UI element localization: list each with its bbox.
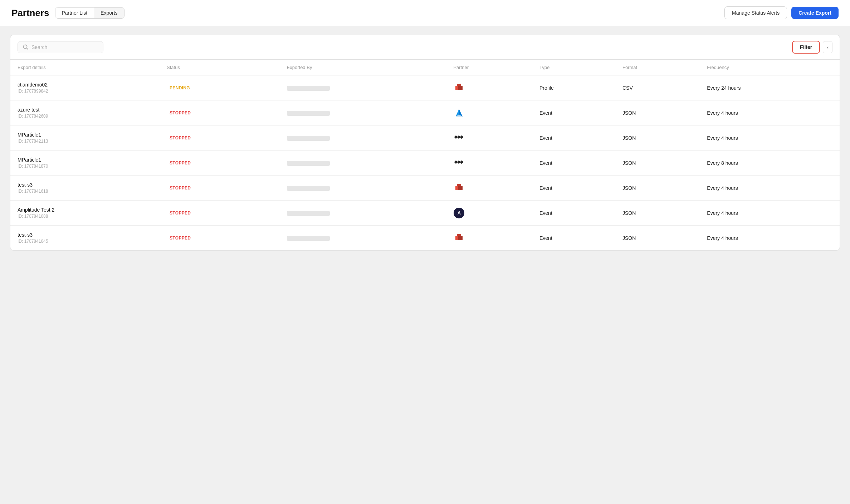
cell-frequency: Every 4 hours — [700, 125, 840, 150]
cell-type: Event — [532, 150, 615, 176]
col-frequency: Frequency — [700, 60, 840, 75]
cell-exported-by — [280, 226, 446, 251]
cell-exported-by — [280, 100, 446, 125]
svg-rect-13 — [460, 160, 464, 164]
cell-frequency: Every 4 hours — [700, 176, 840, 201]
svg-point-0 — [24, 45, 27, 49]
collapse-button[interactable]: ‹ — [823, 41, 832, 53]
create-export-button[interactable]: Create Export — [791, 7, 839, 19]
cell-exported-by — [280, 176, 446, 201]
exports-table: Export details Status Exported By Partne… — [10, 60, 840, 250]
table-container: Export details Status Exported By Partne… — [10, 60, 840, 250]
table-header-row: Export details Status Exported By Partne… — [10, 60, 840, 75]
table-row[interactable]: Amplitude Test 2 ID: 1707841088 STOPPED … — [10, 201, 840, 226]
cell-format: JSON — [615, 100, 700, 125]
cell-frequency: Every 8 hours — [700, 150, 840, 176]
search-icon — [23, 44, 29, 50]
filter-button[interactable]: Filter — [792, 41, 820, 54]
status-badge: STOPPED — [167, 209, 194, 217]
col-format: Format — [615, 60, 700, 75]
col-export-details: Export details — [10, 60, 160, 75]
cell-status: STOPPED — [160, 150, 280, 176]
exported-by-value — [287, 236, 330, 241]
partner-icon — [453, 107, 465, 119]
cell-partner — [446, 150, 532, 176]
partner-icon — [453, 182, 465, 194]
search-wrapper[interactable] — [18, 41, 103, 53]
tab-exports[interactable]: Exports — [94, 8, 124, 18]
cell-frequency: Every 24 hours — [700, 75, 840, 100]
header-right: Manage Status Alerts Create Export — [724, 6, 839, 19]
cell-format: JSON — [615, 201, 700, 226]
cell-export-details: Amplitude Test 2 ID: 1707841088 — [10, 201, 160, 226]
exported-by-value — [287, 186, 330, 191]
cell-type: Profile — [532, 75, 615, 100]
col-exported-by: Exported By — [280, 60, 446, 75]
status-badge: PENDING — [167, 84, 193, 92]
table-row[interactable]: azure test ID: 1707842609 STOPPED Event … — [10, 100, 840, 125]
cell-partner — [446, 125, 532, 150]
svg-rect-4 — [458, 86, 463, 90]
tab-partner-list[interactable]: Partner List — [55, 8, 94, 18]
exported-by-value — [287, 211, 330, 216]
cell-frequency: Every 4 hours — [700, 201, 840, 226]
cell-status: STOPPED — [160, 226, 280, 251]
cell-export-details: MParticle1 ID: 1707842113 — [10, 125, 160, 150]
cell-export-details: test-s3 ID: 1707841045 — [10, 226, 160, 251]
cell-status: STOPPED — [160, 125, 280, 150]
cell-export-details: MParticle1 ID: 1707841870 — [10, 150, 160, 176]
manage-status-button[interactable]: Manage Status Alerts — [724, 6, 787, 19]
page-title: Partners — [11, 8, 49, 19]
exported-by-value — [287, 111, 330, 116]
partner-icon — [453, 157, 465, 169]
svg-rect-10 — [460, 135, 464, 139]
cell-exported-by — [280, 201, 446, 226]
cell-type: Event — [532, 176, 615, 201]
cell-partner: A — [446, 201, 532, 226]
partner-icon — [453, 82, 465, 94]
svg-rect-16 — [458, 186, 463, 190]
table-row[interactable]: MParticle1 ID: 1707841870 STOPPED Event … — [10, 150, 840, 176]
cell-type: Event — [532, 100, 615, 125]
status-badge: STOPPED — [167, 184, 194, 192]
status-badge: STOPPED — [167, 234, 194, 242]
col-status: Status — [160, 60, 280, 75]
cell-partner — [446, 176, 532, 201]
cell-frequency: Every 4 hours — [700, 100, 840, 125]
status-badge: STOPPED — [167, 134, 194, 142]
toolbar: Filter ‹ — [10, 35, 840, 60]
tab-group: Partner List Exports — [55, 7, 124, 19]
header: Partners Partner List Exports Manage Sta… — [0, 0, 850, 26]
cell-type: Event — [532, 125, 615, 150]
table-row[interactable]: MParticle1 ID: 1707842113 STOPPED Event … — [10, 125, 840, 150]
cell-partner — [446, 226, 532, 251]
search-input[interactable] — [31, 44, 98, 50]
exported-by-value — [287, 161, 330, 166]
table-row[interactable]: ctiamdemo02 ID: 1707899842 PENDING Profi… — [10, 75, 840, 100]
main-content: Filter ‹ Export details Status Exported … — [10, 35, 840, 251]
table-row[interactable]: test-s3 ID: 1707841618 STOPPED Event JSO… — [10, 176, 840, 201]
partner-icon — [453, 132, 465, 144]
table-row[interactable]: test-s3 ID: 1707841045 STOPPED Event JSO… — [10, 226, 840, 251]
cell-status: STOPPED — [160, 176, 280, 201]
cell-format: JSON — [615, 150, 700, 176]
cell-format: JSON — [615, 125, 700, 150]
cell-type: Event — [532, 226, 615, 251]
status-badge: STOPPED — [167, 109, 194, 117]
cell-format: JSON — [615, 176, 700, 201]
cell-export-details: ctiamdemo02 ID: 1707899842 — [10, 75, 160, 100]
page-wrapper: Partners Partner List Exports Manage Sta… — [0, 0, 850, 504]
cell-format: CSV — [615, 75, 700, 100]
cell-partner — [446, 100, 532, 125]
cell-exported-by — [280, 75, 446, 100]
partner-icon — [453, 232, 465, 244]
cell-status: STOPPED — [160, 100, 280, 125]
svg-line-1 — [27, 48, 28, 50]
status-badge: STOPPED — [167, 159, 194, 167]
cell-export-details: azure test ID: 1707842609 — [10, 100, 160, 125]
col-type: Type — [532, 60, 615, 75]
cell-status: STOPPED — [160, 201, 280, 226]
exported-by-value — [287, 136, 330, 141]
partner-icon: A — [453, 207, 465, 219]
cell-export-details: test-s3 ID: 1707841618 — [10, 176, 160, 201]
